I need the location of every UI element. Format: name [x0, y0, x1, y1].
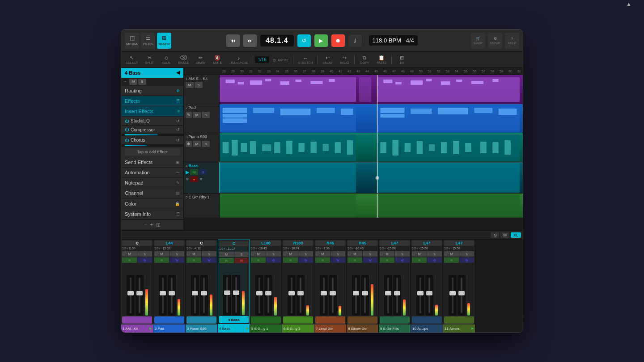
footer-ch-6[interactable]: 7 Lead Gtr	[314, 324, 347, 333]
ch-fader-handle2-5[interactable]	[297, 291, 304, 295]
ch-fader-lane-5[interactable]	[288, 275, 296, 316]
routing-item[interactable]: Routing ⊕	[121, 86, 183, 96]
erase-tool-button[interactable]: ⌫ ERASE	[175, 53, 191, 67]
ch-m-8[interactable]: M	[380, 251, 394, 257]
solo-button[interactable]: S	[138, 79, 146, 85]
mute-tool-button[interactable]: 🔇 MUTE	[209, 53, 225, 67]
ch-fader-lane2-0[interactable]	[136, 275, 144, 316]
ch-fader-lane2-2[interactable]	[200, 275, 208, 316]
track2-edit-icon[interactable]: ✎	[186, 112, 192, 118]
ch-fader-lane-10[interactable]	[449, 275, 457, 316]
footer-ch-play-${i}[interactable]: ▶	[246, 327, 248, 330]
footer-ch-9[interactable]: 10 AdLips	[411, 324, 443, 333]
quantize-display[interactable]: 1/16	[255, 56, 269, 63]
ch-fader-handle-5[interactable]	[288, 291, 295, 295]
footer-ch-1[interactable]: 2 Pad	[153, 324, 186, 333]
ch-s-6[interactable]: S	[330, 251, 345, 257]
track2-mute[interactable]: M	[193, 112, 201, 118]
ch-s-4[interactable]: S	[266, 251, 281, 257]
ch-fader-handle2-8[interactable]	[394, 291, 400, 295]
channel-item[interactable]: Channel ▤	[121, 188, 183, 198]
ch-s-9[interactable]: S	[427, 251, 442, 257]
ch-m-1[interactable]: M	[154, 251, 169, 257]
ch-w-7[interactable]: W	[363, 257, 377, 263]
paste-button[interactable]: 📋 PASTE	[373, 53, 390, 67]
size-s-button[interactable]: S	[491, 232, 499, 238]
ch-r-3[interactable]: R	[219, 258, 234, 263]
track2-solo[interactable]: S	[202, 112, 210, 118]
files-button[interactable]: ☰ FILES	[141, 33, 155, 49]
ch-s-3[interactable]: S	[234, 252, 249, 257]
track3-mute[interactable]: M	[193, 141, 201, 147]
ch-fader-handle-3[interactable]	[224, 290, 230, 295]
effects-item[interactable]: Effects ☰	[121, 96, 183, 106]
media-button[interactable]: ◫ MEDIA	[125, 33, 139, 49]
ch-m-10[interactable]: M	[444, 251, 459, 257]
mixer-channel-10[interactable]: L47 1/2+ -15.58 M S R W	[411, 240, 443, 324]
track1-mute[interactable]: M	[186, 82, 194, 88]
ch-fader-lane-7[interactable]	[352, 275, 360, 316]
ch-fader-handle-8[interactable]	[385, 291, 391, 295]
ch-s-5[interactable]: S	[298, 251, 313, 257]
ch-fader-lane-3[interactable]	[223, 275, 231, 315]
record-button[interactable]: ⏺	[331, 34, 345, 47]
ch-s-2[interactable]: S	[202, 251, 216, 257]
track-content-4[interactable]	[220, 162, 523, 193]
ch-r-5[interactable]: R	[283, 257, 298, 263]
ch-w-2[interactable]: W	[202, 257, 216, 263]
track3-solo[interactable]: S	[202, 141, 210, 147]
ch-m-3[interactable]: M	[219, 252, 234, 257]
footer-ch-play-${i}[interactable]: ▶	[471, 327, 474, 330]
ch-fader-lane-9[interactable]	[416, 275, 424, 316]
footer-ch-2[interactable]: 3 Piano S90	[186, 324, 218, 333]
ch-s-0[interactable]: S	[137, 251, 152, 257]
ch-r-6[interactable]: R	[315, 257, 330, 263]
rewind-button[interactable]: ⏮	[226, 34, 240, 47]
ch-w-10[interactable]: W	[459, 257, 474, 263]
mixer-button[interactable]: ⊞ MIXER	[157, 33, 171, 49]
ch-r-4[interactable]: R	[251, 257, 266, 263]
footer-ch-0[interactable]: 1 AM...Kit ▶	[121, 324, 153, 333]
ch-r-0[interactable]: R	[122, 257, 137, 263]
track4-record[interactable]: ●	[190, 176, 198, 182]
stretch-tool-button[interactable]: ↔ STRETCH	[295, 53, 315, 67]
ch-fader-lane2-8[interactable]	[393, 275, 401, 316]
ch-m-6[interactable]: M	[315, 251, 330, 257]
ch-w-8[interactable]: W	[395, 257, 410, 263]
ch-r-1[interactable]: R	[154, 257, 169, 263]
size-m-button[interactable]: M	[500, 232, 509, 238]
ch-fader-lane2-3[interactable]	[232, 275, 240, 315]
setup-button[interactable]: ⚙ SETUP	[488, 33, 502, 49]
ch-fader-lane2-9[interactable]	[425, 275, 433, 316]
footer-ch-7[interactable]: 8 Elbow Gtr	[347, 324, 379, 333]
compressor-item[interactable]: ⏻ Compressor ↺	[121, 126, 183, 135]
mute-button[interactable]: M	[129, 79, 137, 85]
undo-button[interactable]: ↩ UNDO	[319, 53, 335, 67]
ch-w-4[interactable]: W	[266, 257, 281, 263]
ch-fader-handle-4[interactable]	[256, 291, 263, 295]
ch-fader-lane-6[interactable]	[320, 275, 328, 316]
split-tool-button[interactable]: ✂ SPLIT	[141, 53, 157, 67]
mixer-channel-3[interactable]: C 1/2+ -4.12 M S R W	[186, 240, 218, 324]
automation-item[interactable]: Automation 〜	[121, 168, 183, 178]
metronome-button[interactable]: ♩	[348, 34, 362, 47]
draw-tool-button[interactable]: ✏ DRAW	[192, 53, 208, 67]
system-info-item[interactable]: System Info ☰	[121, 209, 183, 219]
footer-ch-play-${i}[interactable]: ▶	[149, 327, 152, 330]
track-content-5[interactable]	[220, 194, 523, 218]
color-item[interactable]: Color 🔒	[121, 199, 183, 209]
delete-button[interactable]: −	[144, 222, 147, 228]
track4-solo[interactable]: S	[199, 169, 207, 175]
duplic-button[interactable]: ⊞	[156, 222, 161, 228]
forward-button[interactable]: ⏭	[243, 34, 257, 47]
ch-fader-lane2-1[interactable]	[168, 275, 176, 316]
ch-fader-lane-0[interactable]	[127, 275, 135, 316]
footer-ch-4[interactable]: 5 E G...y 1	[250, 324, 282, 333]
add-button[interactable]: +	[150, 222, 153, 228]
notepad-item[interactable]: Notepad ✎	[121, 178, 183, 188]
ch-fader-handle2-10[interactable]	[458, 291, 465, 295]
mixer-channel-11[interactable]: L47 1/2+ -15.58 M S R W	[443, 240, 475, 324]
chorus-item[interactable]: ⏻ Chorus ↺	[121, 136, 183, 145]
ch-fader-handle2-3[interactable]	[233, 290, 239, 295]
ch-fader-handle-6[interactable]	[321, 291, 327, 295]
